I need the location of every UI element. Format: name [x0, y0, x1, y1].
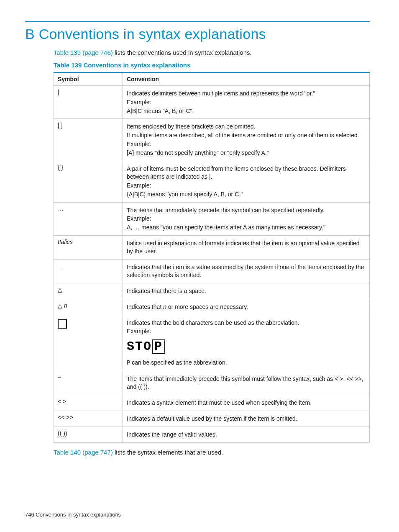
table-row: (( )) Indicates the range of valid value…	[54, 427, 370, 442]
link-table-139[interactable]: Table 139 (page 746)	[54, 49, 113, 56]
table-row: { } A pair of items must be selected fro…	[54, 161, 370, 202]
table-row: | Indicates delimiters between multiple …	[54, 85, 370, 119]
intro-paragraph: Table 139 (page 746) lists the conventio…	[54, 48, 370, 57]
symbol-cell: △	[54, 283, 123, 299]
top-rule	[25, 21, 370, 22]
text-post: can be specified as the abbreviation.	[130, 359, 227, 366]
symbol-n: n	[64, 302, 67, 309]
convention-cell: A pair of items must be selected from th…	[123, 161, 370, 202]
cell-line: A|B|C means "A, B, or C".	[127, 107, 366, 115]
square-icon	[58, 319, 67, 329]
table-header-row: Symbol Convention	[54, 72, 370, 86]
stop-prefix: STO	[127, 339, 152, 354]
symbol-cell: ~	[54, 371, 123, 395]
footer: 746 Conventions in syntax explanations	[25, 511, 121, 518]
convention-cell: The items that immediately precede this …	[123, 202, 370, 236]
symbol-cell: (( ))	[54, 427, 123, 442]
table-row: < > Indicates a syntax element that must…	[54, 395, 370, 411]
symbol-cell: △ n	[54, 299, 123, 315]
header-convention: Convention	[123, 72, 370, 86]
symbol-cell: …	[54, 202, 123, 236]
cell-line: Indicates that the bold characters can b…	[127, 319, 366, 327]
convention-cell: Italics used in explanations of formats …	[123, 236, 370, 260]
convention-cell: Indicates delimiters between multiple it…	[123, 85, 370, 119]
convention-cell: Items enclosed by these brackets can be …	[123, 119, 370, 161]
convention-cell: The items that immediately precede this …	[123, 371, 370, 395]
stop-graphic: STOP	[127, 339, 165, 354]
cell-line: Indicates a syntax element that must be …	[127, 399, 366, 407]
symbol-cell: |	[54, 85, 123, 119]
convention-cell: Indicates that there is a space.	[123, 283, 370, 299]
text-pre: Indicates that	[127, 303, 163, 310]
cell-line: Example:	[127, 182, 366, 190]
cell-line: A, … means "you can specify the items af…	[127, 224, 366, 231]
cell-line: Indicates that the item is a value assum…	[127, 263, 366, 279]
link-table-140[interactable]: Table 140 (page 747)	[54, 449, 113, 456]
cell-line: Example:	[127, 215, 366, 223]
cell-line: Italics used in explanations of formats …	[127, 239, 366, 255]
cell-line: The items that immediately precede this …	[127, 206, 366, 214]
cell-line: Example:	[127, 327, 366, 335]
cell-line: {A|B|C} means "you must specify A, B, or…	[127, 190, 366, 198]
table-row: … The items that immediately precede thi…	[54, 202, 370, 236]
page-title: B Conventions in syntax explanations	[25, 26, 370, 42]
symbol-cell: < >	[54, 395, 123, 411]
page-number: 746	[25, 511, 34, 518]
cell-line: Items enclosed by these brackets can be …	[127, 123, 366, 131]
symbol-delta: △	[58, 302, 64, 309]
cell-line: Indicates a default value used by the sy…	[127, 415, 366, 423]
intro-text: lists the conventions used in syntax exp…	[113, 49, 252, 56]
stop-boxed-letter: P	[152, 339, 165, 354]
outro-paragraph: Table 140 (page 747) lists the syntax el…	[54, 448, 370, 457]
cell-line: [A] means "do not specify anything" or "…	[127, 149, 366, 157]
symbol-cell: << >>	[54, 411, 123, 427]
table-row: Italics Italics used in explanations of …	[54, 236, 370, 260]
cell-line: Indicates delimiters between multiple it…	[127, 90, 366, 98]
table-row: △ n Indicates that n or more spaces are …	[54, 299, 370, 315]
symbol-cell: _	[54, 260, 123, 283]
cell-line: Indicates that there is a space.	[127, 287, 366, 295]
cell-line: Indicates the range of valid values.	[127, 431, 366, 439]
convention-cell: Indicates that n or more spaces are nece…	[123, 299, 370, 315]
table-row: ~ The items that immediately precede thi…	[54, 371, 370, 395]
symbol-cell: [ ]	[54, 119, 123, 161]
page: B Conventions in syntax explanations Tab…	[0, 0, 399, 532]
outro-text: lists the syntax elements that are used.	[113, 449, 223, 456]
cell-line: P can be specified as the abbreviation.	[127, 359, 366, 367]
convention-cell: Indicates a syntax element that must be …	[123, 395, 370, 411]
table-row: Indicates that the bold characters can b…	[54, 315, 370, 371]
convention-cell: Indicates that the item is a value assum…	[123, 260, 370, 283]
cell-line: If multiple items are described, all of …	[127, 131, 366, 139]
table-row: << >> Indicates a default value used by …	[54, 411, 370, 427]
cell-line: The items that immediately precede this …	[127, 375, 366, 391]
table-139-title: Table 139 Conventions in syntax explanat…	[54, 62, 370, 69]
cell-line: Example:	[127, 140, 366, 148]
convention-cell: Indicates a default value used by the sy…	[123, 411, 370, 427]
cell-line: Example:	[127, 98, 366, 106]
table-row: [ ] Items enclosed by these brackets can…	[54, 119, 370, 161]
convention-cell: Indicates the range of valid values.	[123, 427, 370, 442]
footer-title: Conventions in syntax explanations	[34, 511, 121, 518]
symbol-cell: Italics	[54, 236, 123, 260]
symbol-cell: { }	[54, 161, 123, 202]
convention-cell: Indicates that the bold characters can b…	[123, 315, 370, 371]
conventions-table: Symbol Convention | Indicates delimiters…	[54, 72, 370, 443]
text-post: or more spaces are necessary.	[166, 303, 248, 310]
symbol-cell	[54, 315, 123, 371]
cell-line: Indicates that n or more spaces are nece…	[127, 303, 366, 311]
cell-line: A pair of items must be selected from th…	[127, 165, 366, 181]
header-symbol: Symbol	[54, 72, 123, 86]
text-n: n	[163, 303, 166, 310]
table-row: △ Indicates that there is a space.	[54, 283, 370, 299]
table-row: _ Indicates that the item is a value ass…	[54, 260, 370, 283]
